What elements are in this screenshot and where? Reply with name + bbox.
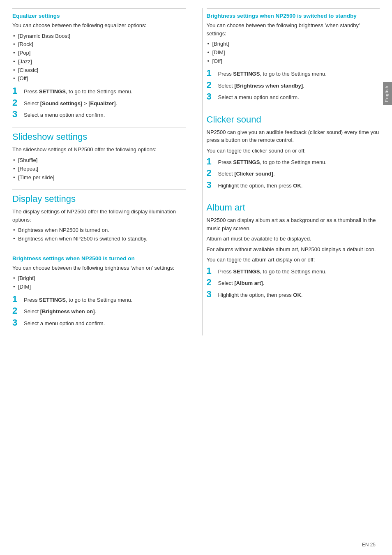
step-2: 2 Select [Brightness when on]. <box>12 306 186 316</box>
brightness-standby-heading: Brightness settings when NP2500 is switc… <box>207 13 380 19</box>
step-1: 1 Press SETTINGS, to go to the Settings … <box>12 295 186 305</box>
list-item: [Classic] <box>12 66 186 75</box>
slideshow-heading: Slideshow settings <box>12 132 186 142</box>
side-tab-english: English <box>383 82 392 105</box>
clicker-heading: Clicker sound <box>207 114 380 125</box>
clicker-section: Clicker sound NP2500 can give you an aud… <box>207 110 380 191</box>
slideshow-section: Slideshow settings The slideshow setting… <box>12 127 186 182</box>
album-art-steps: 1 Press SETTINGS, to go to the Settings … <box>207 266 380 300</box>
step-1: 1 Press SETTINGS, to go to the Settings … <box>12 86 186 96</box>
equalizer-section: Equalizer settings You can choose betwee… <box>12 8 186 120</box>
list-item: [DIM] <box>12 283 186 291</box>
step-2: 2 Select [Brightness when standby]. <box>207 81 380 90</box>
clicker-steps: 1 Press SETTINGS, to go to the Settings … <box>207 157 380 190</box>
brightness-on-intro: You can choose between the following bri… <box>12 264 186 272</box>
step-3: 3 Select a menu option and confirm. <box>207 92 380 102</box>
album-art-section: Album art NP2500 can display album art a… <box>207 198 380 300</box>
list-item: [Bright] <box>207 40 380 49</box>
brightness-on-heading: Brightness settings when NP2500 is turne… <box>12 255 186 261</box>
step-1: 1 Press SETTINGS, to go to the Settings … <box>207 157 380 167</box>
step-2: 2 Select [Clicker sound]. <box>207 169 380 178</box>
equalizer-steps: 1 Press SETTINGS, to go to the Settings … <box>12 86 186 120</box>
list-item: [Off] <box>12 74 186 83</box>
page: English Equalizer settings You can choos… <box>0 0 392 555</box>
step-2: 2 Select [Album art]. <box>207 278 380 288</box>
album-art-intro4: You can toggle the album art display on … <box>207 256 380 264</box>
brightness-standby-options-list: [Bright] [DIM] [Off] <box>207 40 380 65</box>
clicker-intro2: You can toggle the clicker sound on or o… <box>207 147 380 155</box>
list-item: [Pop] <box>12 49 186 58</box>
brightness-standby-steps: 1 Press SETTINGS, to go to the Settings … <box>207 69 380 102</box>
list-item: [Rock] <box>12 40 186 49</box>
display-intro: The display settings of NP2500 offer the… <box>12 208 186 224</box>
album-art-intro2: Album art must be available to be displa… <box>207 235 380 243</box>
list-item: [Bright] <box>12 274 186 283</box>
step-3: 3 Select a menu option and confirm. <box>12 110 186 120</box>
step-1: 1 Press SETTINGS, to go to the Settings … <box>207 266 380 276</box>
right-column: Brightness settings when NP2500 is switc… <box>202 8 380 335</box>
list-item: Brightness when NP2500 is turned on. <box>12 226 186 235</box>
page-footer: EN 25 <box>362 542 376 548</box>
slideshow-options-list: [Shuffle] [Repeat] [Time per slide] <box>12 156 186 182</box>
step-3: 3 Highlight the option, then press OK. <box>207 180 380 190</box>
step-1: 1 Press SETTINGS, to go to the Settings … <box>207 69 380 79</box>
equalizer-heading: Equalizer settings <box>12 13 186 19</box>
step-2: 2 Select [Sound settings] > [Equalizer]. <box>12 98 186 108</box>
display-section: Display settings The display settings of… <box>12 189 186 243</box>
main-content: Equalizer settings You can choose betwee… <box>12 8 380 335</box>
display-heading: Display settings <box>12 194 186 204</box>
brightness-standby-section: Brightness settings when NP2500 is switc… <box>207 8 380 102</box>
footer-text: EN 25 <box>362 542 376 548</box>
step-3: 3 Select a menu option and confirm. <box>12 318 186 328</box>
brightness-on-options-list: [Bright] [DIM] <box>12 274 186 291</box>
display-options-list: Brightness when NP2500 is turned on. Bri… <box>12 226 186 243</box>
list-item: [Off] <box>207 57 380 66</box>
brightness-on-section: Brightness settings when NP2500 is turne… <box>12 251 186 328</box>
left-column: Equalizer settings You can choose betwee… <box>12 8 190 335</box>
list-item: [Dynamic Bass Boost] <box>12 32 186 41</box>
equalizer-intro: You can choose between the following equ… <box>12 21 186 30</box>
album-art-intro3: For albums without available album art, … <box>207 245 380 254</box>
list-item: [Shuffle] <box>12 156 186 165</box>
slideshow-intro: The slideshow settings of NP2500 offer t… <box>12 146 186 154</box>
clicker-intro1: NP2500 can give you an audible feedback … <box>207 128 380 144</box>
brightness-standby-intro: You can choose between the following bri… <box>207 21 380 37</box>
list-item: [Jazz] <box>12 58 186 66</box>
list-item: Brightness when when NP2500 is switched … <box>12 235 186 243</box>
list-item: [Time per slide] <box>12 173 186 182</box>
album-art-intro1: NP2500 can display album art as a backgr… <box>207 216 380 232</box>
list-item: [DIM] <box>207 49 380 57</box>
album-art-heading: Album art <box>207 202 380 213</box>
brightness-on-steps: 1 Press SETTINGS, to go to the Settings … <box>12 295 186 328</box>
step-3: 3 Highlight the option, then press OK. <box>207 290 380 300</box>
list-item: [Repeat] <box>12 165 186 173</box>
equalizer-options-list: [Dynamic Bass Boost] [Rock] [Pop] [Jazz]… <box>12 32 186 83</box>
